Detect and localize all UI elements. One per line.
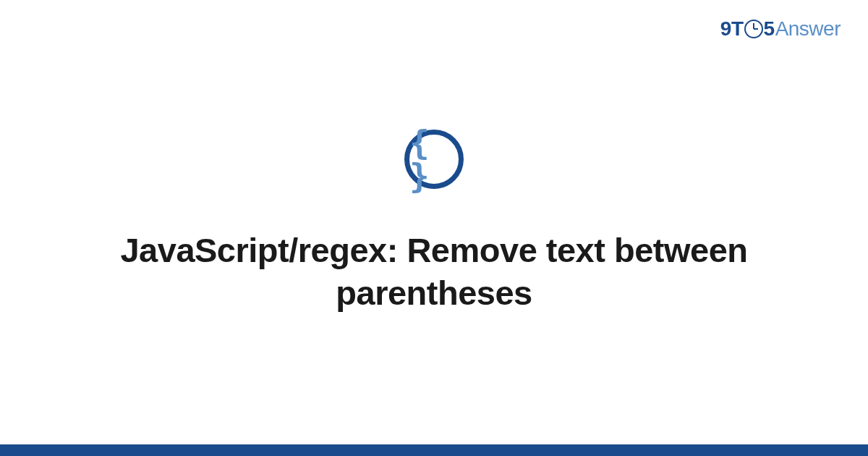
braces-icon: { }: [409, 126, 459, 193]
main-content: { } JavaScript/regex: Remove text betwee…: [0, 0, 868, 444]
category-icon-circle: { }: [404, 130, 464, 189]
bottom-accent-bar: [0, 444, 868, 456]
page-title: JavaScript/regex: Remove text between pa…: [109, 229, 760, 315]
